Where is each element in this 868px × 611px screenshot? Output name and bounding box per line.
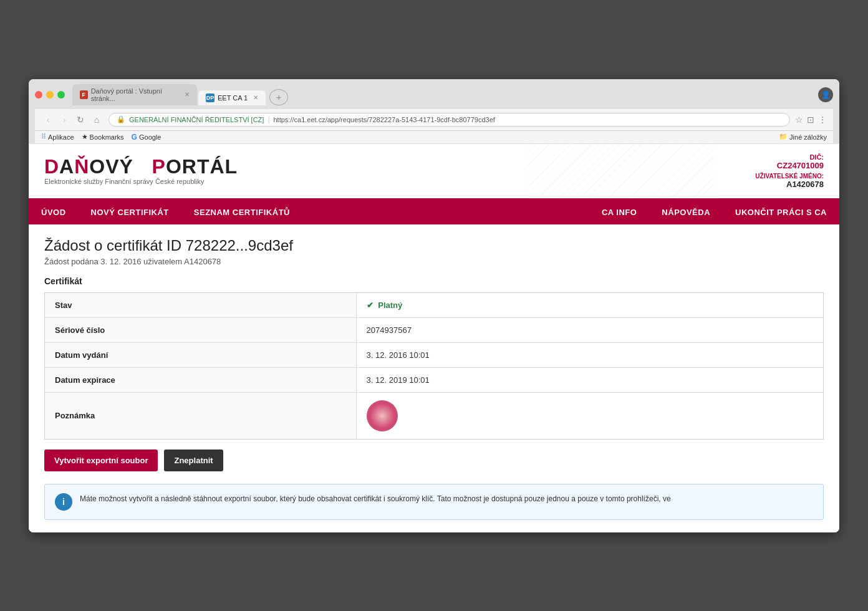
label-datum-expirace: Datum expirace — [45, 367, 357, 392]
stamp-watermark — [367, 400, 398, 431]
home-button[interactable]: ⌂ — [90, 113, 104, 127]
page-content: DAŇOVÝ PORTÁL Elektronické služby Finanč… — [29, 144, 839, 532]
address-separator: | — [268, 115, 269, 124]
other-bookmarks-label: Jiné záložky — [789, 133, 827, 141]
browser-chrome: F Daňový portál : Vstupní stránk... ✕ DP… — [29, 79, 839, 144]
bookmarks-bar: ⠿ Aplikace ★ Bookmarks G Google 📁 Jiné z… — [35, 131, 833, 144]
browser-window: F Daňový portál : Vstupní stránk... ✕ DP… — [29, 79, 839, 532]
dic-label: DIČ: — [755, 153, 824, 161]
logo-n: Ň — [74, 155, 89, 178]
logo-ovy: OVÝ — [89, 155, 133, 178]
apps-icon: ⠿ — [41, 133, 46, 141]
maximize-traffic-light[interactable] — [57, 91, 65, 99]
tab-close-eet[interactable]: ✕ — [253, 94, 258, 101]
value-datum-expirace: 3. 12. 2019 10:01 — [356, 367, 823, 392]
label-stav: Stav — [45, 292, 357, 317]
address-field[interactable]: 🔒 GENERÁLNÍ FINANČNÍ ŘEDITELSTVÍ [CZ] | … — [109, 113, 790, 127]
nav-buttons: ‹ › ↻ ⌂ — [41, 113, 104, 127]
table-row-datum-vydani: Datum vydání 3. 12. 2016 10:01 — [45, 342, 824, 367]
nav-ca-info[interactable]: CA INFO — [589, 200, 649, 224]
dic-value: CZ24701009 — [755, 161, 824, 170]
tab-close-danova[interactable]: ✕ — [185, 91, 190, 98]
value-datum-vydani: 3. 12. 2016 10:01 — [356, 342, 823, 367]
page-subtitle: Žádost podána 3. 12. 2016 uživatelem A14… — [44, 257, 824, 266]
bookmark-apps[interactable]: ⠿ Aplikace — [41, 133, 74, 141]
google-icon: G — [132, 133, 137, 142]
export-button[interactable]: Vytvořit exportní soubor — [44, 450, 158, 471]
label-seriove-cislo: Sériové číslo — [45, 317, 357, 342]
tab-label-danova: Daňový portál : Vstupní stránk... — [91, 87, 179, 102]
bookmark-bookmarks[interactable]: ★ Bookmarks — [82, 133, 124, 141]
stamp-area — [367, 400, 813, 431]
username-value: A1420678 — [755, 180, 824, 189]
certificate-table: Stav ✔ Platný Sériové číslo 2074937567 — [44, 292, 824, 440]
table-row-datum-expirace: Datum expirace 3. 12. 2019 10:01 — [45, 367, 824, 392]
address-bar-row: ‹ › ↻ ⌂ 🔒 GENERÁLNÍ FINANČNÍ ŘEDITELSTVÍ… — [35, 109, 833, 131]
nav-napoveda[interactable]: NÁPOVĚDA — [649, 200, 723, 224]
other-bookmarks[interactable]: 📁 Jiné záložky — [779, 133, 827, 141]
table-row-poznamka: Poznámka — [45, 392, 824, 439]
tab-eet[interactable]: DP EET CA 1 ✕ — [198, 90, 266, 105]
page-body: Žádost o certifikát ID 728222...9cd3ef Ž… — [29, 224, 839, 532]
bookmark-google[interactable]: G Google — [132, 133, 162, 142]
more-icon[interactable]: ⋮ — [818, 115, 827, 125]
site-header: DAŇOVÝ PORTÁL Elektronické služby Finanč… — [29, 144, 839, 200]
tab-favicon-danova: F — [80, 90, 88, 99]
table-row-stav: Stav ✔ Platný — [45, 292, 824, 317]
close-traffic-light[interactable] — [35, 91, 42, 99]
main-nav: ÚVOD NOVÝ CERTIFIKÁT SEZNAM CERTIFIKÁTŮ … — [29, 200, 839, 224]
status-valid-text: ✔ Platný — [367, 301, 403, 310]
checkmark-icon: ✔ — [367, 301, 374, 310]
google-label: Google — [139, 133, 161, 141]
forward-button[interactable]: › — [57, 113, 71, 127]
user-info: DIČ: CZ24701009 Uživatelské jméno: A1420… — [755, 153, 824, 189]
logo-p: P — [152, 155, 166, 178]
browser-profile[interactable]: 👤 — [818, 87, 833, 102]
label-datum-vydani: Datum vydání — [45, 342, 357, 367]
minimize-traffic-light[interactable] — [46, 91, 54, 99]
page-title: Žádost o certifikát ID 728222...9cd3ef — [44, 237, 824, 254]
logo-d: D — [44, 155, 59, 178]
star-icon: ★ — [82, 133, 88, 141]
nav-uvod[interactable]: ÚVOD — [29, 200, 79, 224]
info-text: Máte možnost vytvořit a následně stáhnou… — [80, 493, 671, 504]
secure-indicator: 🔒 — [117, 115, 125, 123]
header-decorative-image — [528, 144, 715, 198]
bookmark-star-icon[interactable]: ☆ — [795, 115, 803, 125]
apps-label: Aplikace — [48, 133, 74, 141]
nav-ukoncit[interactable]: UKONČIT PRÁCI S CA — [723, 200, 839, 224]
section-title: Certifikát — [44, 276, 824, 286]
tab-label-eet: EET CA 1 — [218, 94, 248, 102]
reload-button[interactable]: ↻ — [74, 113, 87, 127]
cast-icon[interactable]: ⊡ — [807, 115, 814, 125]
back-button[interactable]: ‹ — [41, 113, 55, 127]
info-icon: i — [55, 493, 72, 511]
tab-favicon-eet: DP — [206, 94, 215, 102]
value-stav: ✔ Platný — [356, 292, 823, 317]
logo-a: A — [59, 155, 74, 178]
value-poznamka — [356, 392, 823, 439]
browser-tabs: F Daňový portál : Vstupní stránk... ✕ DP… — [72, 84, 813, 105]
logo-ortal: ORTÁL — [166, 155, 238, 178]
new-tab-button[interactable]: + — [269, 89, 288, 105]
tab-danova[interactable]: F Daňový portál : Vstupní stránk... ✕ — [72, 84, 197, 105]
address-url: https://ca1.eet.cz/app/requests/7282227a… — [274, 116, 495, 123]
zneplatnit-button[interactable]: Zneplatnit — [164, 450, 223, 471]
folder-icon: 📁 — [779, 133, 788, 141]
address-actions: ☆ ⊡ ⋮ — [795, 115, 827, 125]
traffic-lights — [35, 91, 65, 99]
username-label: Uživatelské jméno: — [755, 173, 824, 180]
value-seriove-cislo: 2074937567 — [356, 317, 823, 342]
nav-novy-certifikat[interactable]: NOVÝ CERTIFIKÁT — [79, 200, 181, 224]
label-poznamka: Poznámka — [45, 392, 357, 439]
org-label: GENERÁLNÍ FINANČNÍ ŘEDITELSTVÍ [CZ] — [129, 116, 264, 123]
action-buttons: Vytvořit exportní soubor Zneplatnit — [44, 450, 824, 471]
table-row-seriove-cislo: Sériové číslo 2074937567 — [45, 317, 824, 342]
info-box: i Máte možnost vytvořit a následně stáhn… — [44, 484, 824, 520]
nav-seznam-certifikatu[interactable]: SEZNAM CERTIFIKÁTŮ — [181, 200, 302, 224]
bookmarks-label: Bookmarks — [90, 133, 124, 141]
